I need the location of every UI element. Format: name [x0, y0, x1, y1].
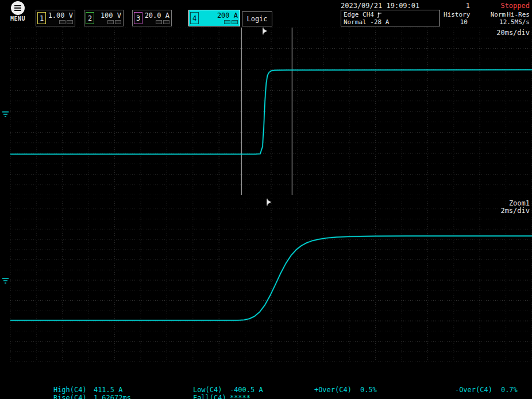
channel-3-scale: 20.0 A [145, 12, 169, 20]
probe-icon [115, 20, 121, 24]
trigger-settings[interactable]: Edge CH4 Normal -28 A [341, 10, 440, 26]
coupling-icon [59, 20, 65, 24]
probe-icon [67, 20, 73, 24]
sample-rate: 12.5MS/s [499, 18, 530, 26]
channel-3-button[interactable]: 3 20.0 A [132, 10, 172, 26]
channel-2-scale: 100 V [101, 12, 121, 20]
channel-4-button[interactable]: 4 200 A [188, 10, 240, 26]
trigger-position-marker[interactable] [263, 29, 267, 33]
ch4-zero-level-marker-zoom[interactable] [1, 276, 9, 286]
oscilloscope-screen: MENU 1 1.00 V 2 100 V 3 20.0 A 4 200 A L… [0, 0, 532, 399]
channel-2-button[interactable]: 2 100 V [84, 10, 124, 26]
trigger-mode-level: Normal -28 A [344, 18, 389, 26]
measurement-pos-overshoot: +Over(C4)0.5% [298, 378, 377, 399]
history-label: History [444, 11, 470, 18]
waveform-ch4 [10, 236, 532, 320]
ch4-zero-level-marker-main[interactable] [1, 109, 9, 120]
channel-3-number: 3 [134, 12, 142, 24]
menu-label: MENU [6, 16, 30, 22]
coupling-icon [224, 20, 230, 24]
zoom-waveform-area [10, 199, 532, 362]
measurement-neg-overshoot: -Over(C4)0.7% [438, 378, 518, 399]
trigger-position-marker[interactable] [267, 200, 271, 204]
acquisition-count: 1 [457, 2, 470, 10]
measurement-fall: Fall(C4)***** [176, 386, 250, 399]
channel-4-number: 4 [190, 12, 199, 24]
zoom-timebase: 2ms/div [500, 207, 530, 215]
probe-icon [163, 20, 169, 24]
trigger-type: Edge CH4 [344, 11, 374, 18]
coupling-icon [156, 20, 162, 24]
logic-button[interactable]: Logic [242, 11, 272, 26]
zoom-title: Zoom1 [509, 199, 530, 207]
waveform-ch4 [10, 70, 532, 154]
channel-2-number: 2 [86, 12, 94, 24]
run-state-indicator: Stopped [500, 2, 530, 10]
measurement-rise: Rise(C4)1.62672ms [37, 386, 131, 399]
main-timebase: 20ms/div [496, 29, 530, 37]
menu-button[interactable]: MENU [6, 1, 30, 22]
acquisition-mode: NormHi-Res [489, 11, 530, 18]
hamburger-icon [11, 1, 25, 15]
main-waveform-area [10, 28, 532, 195]
history-value: 10 [442, 18, 468, 26]
coupling-icon [107, 20, 114, 24]
channel-1-button[interactable]: 1 1.00 V [36, 10, 75, 26]
probe-icon [232, 20, 238, 24]
channel-4-scale: 200 A [217, 12, 238, 20]
logic-label: Logic [246, 15, 267, 23]
rising-edge-icon [376, 11, 382, 18]
channel-1-scale: 1.00 V [48, 12, 73, 20]
channel-1-number: 1 [37, 12, 46, 24]
datetime: 2023/09/21 19:09:01 [341, 2, 419, 10]
